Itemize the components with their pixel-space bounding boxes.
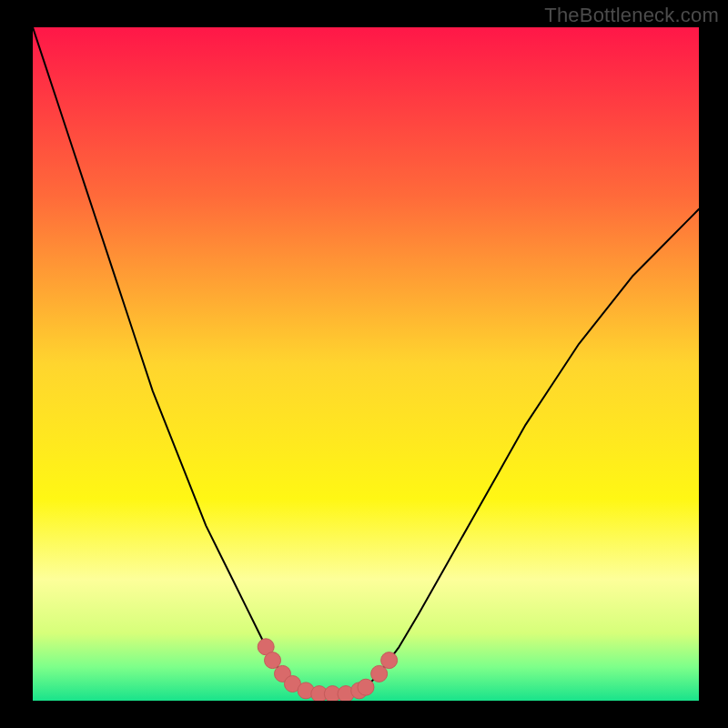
marker-point: [371, 665, 388, 682]
gradient-background: [33, 27, 699, 701]
watermark-text: TheBottleneck.com: [544, 4, 719, 27]
plot-area: [33, 27, 699, 701]
chart-frame: TheBottleneck.com: [0, 0, 728, 728]
bottleneck-chart: [33, 27, 699, 701]
marker-point: [358, 679, 374, 695]
marker-point: [381, 652, 398, 669]
marker-point: [265, 652, 281, 669]
